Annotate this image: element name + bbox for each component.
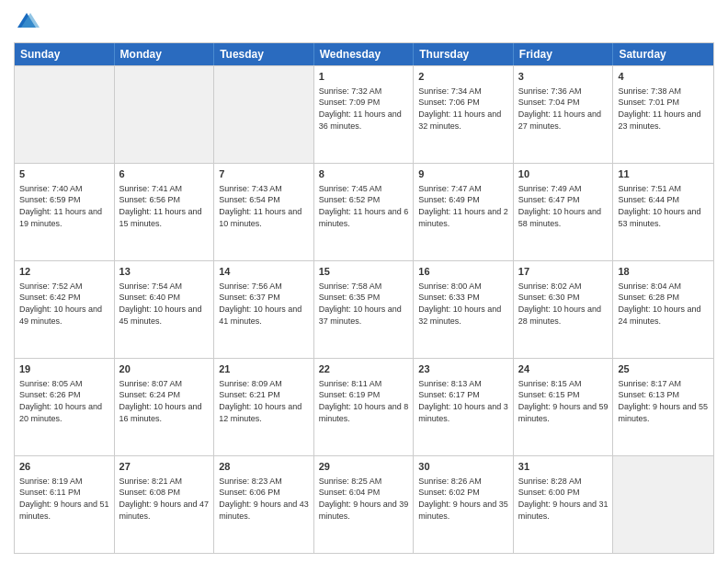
calendar-cell: 12Sunrise: 7:52 AM Sunset: 6:42 PM Dayli… (15, 261, 115, 358)
day-info: Sunrise: 7:51 AM Sunset: 6:44 PM Dayligh… (618, 183, 709, 229)
day-info: Sunrise: 7:49 AM Sunset: 6:47 PM Dayligh… (518, 183, 609, 229)
calendar-cell: 22Sunrise: 8:11 AM Sunset: 6:19 PM Dayli… (314, 359, 415, 455)
day-number: 23 (418, 362, 508, 376)
day-info: Sunrise: 7:52 AM Sunset: 6:42 PM Dayligh… (19, 281, 109, 327)
day-number: 16 (418, 265, 508, 279)
calendar-row: 5Sunrise: 7:40 AM Sunset: 6:59 PM Daylig… (15, 163, 713, 260)
day-number: 18 (618, 265, 709, 279)
weekday-header: Saturday (613, 43, 713, 65)
day-number: 20 (119, 362, 210, 376)
day-info: Sunrise: 8:02 AM Sunset: 6:30 PM Dayligh… (518, 281, 609, 327)
calendar-cell: 16Sunrise: 8:00 AM Sunset: 6:33 PM Dayli… (414, 261, 514, 358)
day-info: Sunrise: 8:15 AM Sunset: 6:15 PM Dayligh… (518, 378, 609, 424)
day-info: Sunrise: 7:58 AM Sunset: 6:35 PM Dayligh… (319, 281, 409, 327)
day-number: 12 (19, 265, 109, 279)
logo-icon (14, 9, 40, 35)
day-number: 31 (518, 460, 609, 474)
day-number: 14 (219, 265, 309, 279)
calendar-cell: 13Sunrise: 7:54 AM Sunset: 6:40 PM Dayli… (115, 261, 215, 358)
day-info: Sunrise: 7:32 AM Sunset: 7:09 PM Dayligh… (319, 86, 409, 132)
day-number: 25 (618, 362, 709, 376)
calendar-cell (115, 66, 215, 163)
logo (14, 9, 43, 35)
calendar-cell (613, 456, 713, 553)
day-info: Sunrise: 8:25 AM Sunset: 6:04 PM Dayligh… (319, 476, 409, 522)
day-number: 10 (518, 167, 609, 181)
calendar-cell: 15Sunrise: 7:58 AM Sunset: 6:35 PM Dayli… (314, 261, 415, 358)
day-info: Sunrise: 8:23 AM Sunset: 6:06 PM Dayligh… (219, 476, 309, 522)
calendar-cell: 26Sunrise: 8:19 AM Sunset: 6:11 PM Dayli… (15, 456, 115, 553)
day-info: Sunrise: 8:09 AM Sunset: 6:21 PM Dayligh… (219, 378, 309, 424)
day-info: Sunrise: 8:13 AM Sunset: 6:17 PM Dayligh… (418, 378, 508, 424)
day-info: Sunrise: 8:11 AM Sunset: 6:19 PM Dayligh… (319, 378, 409, 424)
day-info: Sunrise: 7:41 AM Sunset: 6:56 PM Dayligh… (119, 183, 210, 229)
day-number: 9 (418, 167, 508, 181)
day-info: Sunrise: 7:34 AM Sunset: 7:06 PM Dayligh… (418, 86, 508, 132)
day-number: 1 (319, 70, 409, 84)
weekday-header: Thursday (414, 43, 514, 65)
day-info: Sunrise: 8:21 AM Sunset: 6:08 PM Dayligh… (119, 476, 210, 522)
calendar-cell: 6Sunrise: 7:41 AM Sunset: 6:56 PM Daylig… (115, 164, 215, 260)
day-info: Sunrise: 8:04 AM Sunset: 6:28 PM Dayligh… (618, 281, 709, 327)
calendar-cell: 28Sunrise: 8:23 AM Sunset: 6:06 PM Dayli… (214, 456, 314, 553)
day-info: Sunrise: 8:17 AM Sunset: 6:13 PM Dayligh… (618, 378, 709, 424)
day-number: 7 (219, 167, 309, 181)
calendar-cell: 11Sunrise: 7:51 AM Sunset: 6:44 PM Dayli… (613, 164, 713, 260)
calendar-row: 1Sunrise: 7:32 AM Sunset: 7:09 PM Daylig… (15, 65, 713, 163)
calendar-cell: 19Sunrise: 8:05 AM Sunset: 6:26 PM Dayli… (15, 359, 115, 455)
day-number: 29 (319, 460, 409, 474)
day-info: Sunrise: 7:40 AM Sunset: 6:59 PM Dayligh… (19, 183, 109, 229)
calendar-cell: 7Sunrise: 7:43 AM Sunset: 6:54 PM Daylig… (214, 164, 314, 260)
day-info: Sunrise: 7:43 AM Sunset: 6:54 PM Dayligh… (219, 183, 309, 229)
day-number: 26 (19, 460, 109, 474)
day-info: Sunrise: 7:45 AM Sunset: 6:52 PM Dayligh… (319, 183, 409, 229)
calendar-cell: 27Sunrise: 8:21 AM Sunset: 6:08 PM Dayli… (115, 456, 215, 553)
calendar-cell: 4Sunrise: 7:38 AM Sunset: 7:01 PM Daylig… (613, 66, 713, 163)
calendar-cell: 30Sunrise: 8:26 AM Sunset: 6:02 PM Dayli… (414, 456, 514, 553)
day-number: 13 (119, 265, 210, 279)
calendar-cell: 3Sunrise: 7:36 AM Sunset: 7:04 PM Daylig… (514, 66, 614, 163)
day-info: Sunrise: 8:28 AM Sunset: 6:00 PM Dayligh… (518, 476, 609, 522)
calendar-cell: 17Sunrise: 8:02 AM Sunset: 6:30 PM Dayli… (514, 261, 614, 358)
weekday-header: Monday (115, 43, 215, 65)
weekday-header: Friday (514, 43, 614, 65)
day-number: 19 (19, 362, 109, 376)
calendar: SundayMondayTuesdayWednesdayThursdayFrid… (14, 42, 714, 554)
day-number: 27 (119, 460, 210, 474)
calendar-cell: 2Sunrise: 7:34 AM Sunset: 7:06 PM Daylig… (414, 66, 514, 163)
calendar-body: 1Sunrise: 7:32 AM Sunset: 7:09 PM Daylig… (15, 65, 713, 553)
calendar-row: 19Sunrise: 8:05 AM Sunset: 6:26 PM Dayli… (15, 358, 713, 455)
day-number: 17 (518, 265, 609, 279)
day-number: 8 (319, 167, 409, 181)
day-number: 3 (518, 70, 609, 84)
day-number: 22 (319, 362, 409, 376)
day-info: Sunrise: 7:47 AM Sunset: 6:49 PM Dayligh… (418, 183, 508, 229)
day-info: Sunrise: 8:07 AM Sunset: 6:24 PM Dayligh… (119, 378, 210, 424)
day-number: 15 (319, 265, 409, 279)
calendar-cell (214, 66, 314, 163)
calendar-cell: 20Sunrise: 8:07 AM Sunset: 6:24 PM Dayli… (115, 359, 215, 455)
day-info: Sunrise: 8:19 AM Sunset: 6:11 PM Dayligh… (19, 476, 109, 522)
weekday-header: Wednesday (314, 43, 415, 65)
day-number: 21 (219, 362, 309, 376)
weekday-header: Tuesday (214, 43, 314, 65)
day-number: 6 (119, 167, 210, 181)
day-info: Sunrise: 8:05 AM Sunset: 6:26 PM Dayligh… (19, 378, 109, 424)
day-number: 24 (518, 362, 609, 376)
day-number: 2 (418, 70, 508, 84)
calendar-cell: 1Sunrise: 7:32 AM Sunset: 7:09 PM Daylig… (314, 66, 415, 163)
calendar-cell: 5Sunrise: 7:40 AM Sunset: 6:59 PM Daylig… (15, 164, 115, 260)
day-info: Sunrise: 7:38 AM Sunset: 7:01 PM Dayligh… (618, 86, 709, 132)
calendar-header: SundayMondayTuesdayWednesdayThursdayFrid… (15, 43, 713, 65)
calendar-cell: 18Sunrise: 8:04 AM Sunset: 6:28 PM Dayli… (613, 261, 713, 358)
calendar-cell: 23Sunrise: 8:13 AM Sunset: 6:17 PM Dayli… (414, 359, 514, 455)
page: SundayMondayTuesdayWednesdayThursdayFrid… (0, 0, 728, 563)
calendar-cell: 14Sunrise: 7:56 AM Sunset: 6:37 PM Dayli… (214, 261, 314, 358)
calendar-row: 12Sunrise: 7:52 AM Sunset: 6:42 PM Dayli… (15, 260, 713, 358)
day-info: Sunrise: 7:56 AM Sunset: 6:37 PM Dayligh… (219, 281, 309, 327)
calendar-cell: 29Sunrise: 8:25 AM Sunset: 6:04 PM Dayli… (314, 456, 415, 553)
calendar-cell: 8Sunrise: 7:45 AM Sunset: 6:52 PM Daylig… (314, 164, 415, 260)
day-number: 5 (19, 167, 109, 181)
day-info: Sunrise: 8:00 AM Sunset: 6:33 PM Dayligh… (418, 281, 508, 327)
calendar-row: 26Sunrise: 8:19 AM Sunset: 6:11 PM Dayli… (15, 455, 713, 553)
